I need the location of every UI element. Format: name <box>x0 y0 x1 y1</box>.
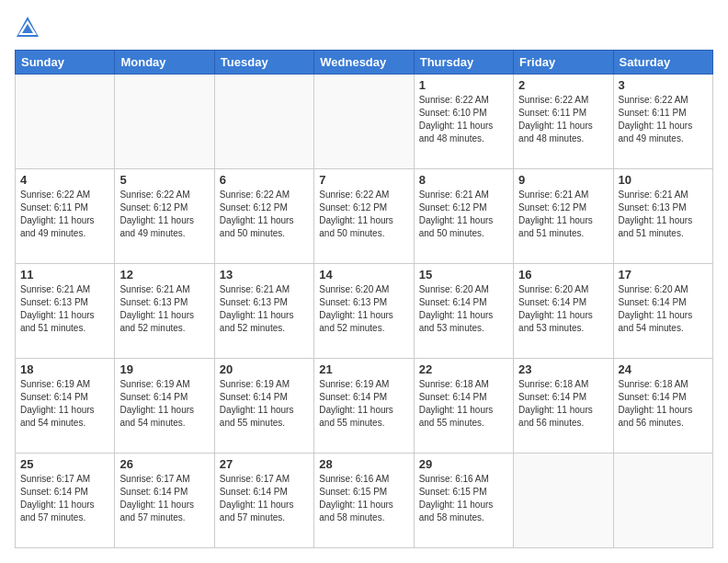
calendar-cell: 8Sunrise: 6:21 AM Sunset: 6:12 PM Daylig… <box>414 169 513 264</box>
day-header-tuesday: Tuesday <box>214 51 313 75</box>
calendar-cell: 19Sunrise: 6:19 AM Sunset: 6:14 PM Dayli… <box>115 359 214 454</box>
day-content: Sunrise: 6:20 AM Sunset: 6:14 PM Dayligh… <box>419 283 508 335</box>
calendar-cell <box>613 454 712 548</box>
calendar-cell: 22Sunrise: 6:18 AM Sunset: 6:14 PM Dayli… <box>414 359 513 454</box>
calendar-cell: 20Sunrise: 6:19 AM Sunset: 6:14 PM Dayli… <box>214 359 313 454</box>
day-number: 24 <box>619 362 708 376</box>
day-number: 20 <box>220 362 309 376</box>
calendar-week-1: 1Sunrise: 6:22 AM Sunset: 6:10 PM Daylig… <box>16 75 713 169</box>
calendar-cell: 16Sunrise: 6:20 AM Sunset: 6:14 PM Dayli… <box>514 264 613 359</box>
day-content: Sunrise: 6:21 AM Sunset: 6:13 PM Dayligh… <box>220 283 309 335</box>
day-content: Sunrise: 6:19 AM Sunset: 6:14 PM Dayligh… <box>20 378 109 430</box>
day-content: Sunrise: 6:21 AM Sunset: 6:13 PM Dayligh… <box>619 189 708 240</box>
day-number: 5 <box>119 173 209 187</box>
day-content: Sunrise: 6:16 AM Sunset: 6:15 PM Dayligh… <box>319 473 408 524</box>
day-content: Sunrise: 6:18 AM Sunset: 6:14 PM Dayligh… <box>619 378 708 430</box>
day-number: 27 <box>220 457 309 471</box>
day-header-friday: Friday <box>514 51 613 75</box>
day-content: Sunrise: 6:18 AM Sunset: 6:14 PM Dayligh… <box>419 378 508 430</box>
calendar-cell: 18Sunrise: 6:19 AM Sunset: 6:14 PM Dayli… <box>16 359 115 454</box>
day-content: Sunrise: 6:20 AM Sunset: 6:13 PM Dayligh… <box>319 283 408 335</box>
day-number: 1 <box>419 78 508 92</box>
day-header-sunday: Sunday <box>16 51 115 75</box>
calendar-cell: 12Sunrise: 6:21 AM Sunset: 6:13 PM Dayli… <box>115 264 214 359</box>
calendar-cell: 25Sunrise: 6:17 AM Sunset: 6:14 PM Dayli… <box>16 454 115 548</box>
calendar-cell: 10Sunrise: 6:21 AM Sunset: 6:13 PM Dayli… <box>613 169 712 264</box>
day-number: 19 <box>119 362 209 376</box>
calendar-cell <box>115 75 214 169</box>
day-content: Sunrise: 6:19 AM Sunset: 6:14 PM Dayligh… <box>220 378 309 430</box>
day-content: Sunrise: 6:20 AM Sunset: 6:14 PM Dayligh… <box>619 283 708 335</box>
calendar-cell: 2Sunrise: 6:22 AM Sunset: 6:11 PM Daylig… <box>514 75 613 169</box>
page: SundayMondayTuesdayWednesdayThursdayFrid… <box>0 0 728 563</box>
day-content: Sunrise: 6:21 AM Sunset: 6:13 PM Dayligh… <box>119 283 209 335</box>
calendar-cell <box>514 454 613 548</box>
calendar-cell: 3Sunrise: 6:22 AM Sunset: 6:11 PM Daylig… <box>613 75 712 169</box>
calendar-cell <box>214 75 313 169</box>
calendar-header: SundayMondayTuesdayWednesdayThursdayFrid… <box>16 51 713 75</box>
day-header-wednesday: Wednesday <box>314 51 414 75</box>
calendar-cell <box>16 75 115 169</box>
day-header-saturday: Saturday <box>613 51 712 75</box>
day-content: Sunrise: 6:22 AM Sunset: 6:12 PM Dayligh… <box>220 189 309 240</box>
day-number: 10 <box>619 173 708 187</box>
day-content: Sunrise: 6:21 AM Sunset: 6:13 PM Dayligh… <box>20 283 109 335</box>
day-number: 13 <box>220 268 309 282</box>
day-header-monday: Monday <box>115 51 214 75</box>
day-content: Sunrise: 6:21 AM Sunset: 6:12 PM Dayligh… <box>518 189 608 240</box>
day-number: 17 <box>619 268 708 282</box>
day-content: Sunrise: 6:22 AM Sunset: 6:11 PM Dayligh… <box>619 94 708 145</box>
day-content: Sunrise: 6:22 AM Sunset: 6:12 PM Dayligh… <box>119 189 209 240</box>
calendar-cell: 6Sunrise: 6:22 AM Sunset: 6:12 PM Daylig… <box>214 169 313 264</box>
calendar-cell: 1Sunrise: 6:22 AM Sunset: 6:10 PM Daylig… <box>414 75 513 169</box>
logo <box>15 15 44 40</box>
day-number: 11 <box>20 268 109 282</box>
calendar-cell: 13Sunrise: 6:21 AM Sunset: 6:13 PM Dayli… <box>214 264 313 359</box>
day-number: 23 <box>518 362 608 376</box>
day-content: Sunrise: 6:19 AM Sunset: 6:14 PM Dayligh… <box>319 378 408 430</box>
calendar-cell: 24Sunrise: 6:18 AM Sunset: 6:14 PM Dayli… <box>613 359 712 454</box>
day-content: Sunrise: 6:19 AM Sunset: 6:14 PM Dayligh… <box>119 378 209 430</box>
day-number: 25 <box>20 457 109 471</box>
day-number: 3 <box>619 78 708 92</box>
calendar-cell: 23Sunrise: 6:18 AM Sunset: 6:14 PM Dayli… <box>514 359 613 454</box>
calendar-cell: 29Sunrise: 6:16 AM Sunset: 6:15 PM Dayli… <box>414 454 513 548</box>
day-number: 16 <box>518 268 608 282</box>
calendar-body: 1Sunrise: 6:22 AM Sunset: 6:10 PM Daylig… <box>16 75 713 548</box>
day-number: 4 <box>20 173 109 187</box>
calendar-cell <box>314 75 414 169</box>
day-number: 12 <box>119 268 209 282</box>
day-number: 29 <box>419 457 508 471</box>
day-number: 18 <box>20 362 109 376</box>
calendar-week-2: 4Sunrise: 6:22 AM Sunset: 6:11 PM Daylig… <box>16 169 713 264</box>
calendar-week-5: 25Sunrise: 6:17 AM Sunset: 6:14 PM Dayli… <box>16 454 713 548</box>
day-number: 7 <box>319 173 408 187</box>
day-header-thursday: Thursday <box>414 51 513 75</box>
day-number: 8 <box>419 173 508 187</box>
day-number: 6 <box>220 173 309 187</box>
day-number: 15 <box>419 268 508 282</box>
calendar-cell: 26Sunrise: 6:17 AM Sunset: 6:14 PM Dayli… <box>115 454 214 548</box>
calendar-cell: 21Sunrise: 6:19 AM Sunset: 6:14 PM Dayli… <box>314 359 414 454</box>
day-content: Sunrise: 6:17 AM Sunset: 6:14 PM Dayligh… <box>119 473 209 524</box>
calendar-cell: 17Sunrise: 6:20 AM Sunset: 6:14 PM Dayli… <box>613 264 712 359</box>
day-number: 21 <box>319 362 408 376</box>
calendar-cell: 14Sunrise: 6:20 AM Sunset: 6:13 PM Dayli… <box>314 264 414 359</box>
day-content: Sunrise: 6:22 AM Sunset: 6:12 PM Dayligh… <box>319 189 408 240</box>
calendar-week-3: 11Sunrise: 6:21 AM Sunset: 6:13 PM Dayli… <box>16 264 713 359</box>
calendar-cell: 5Sunrise: 6:22 AM Sunset: 6:12 PM Daylig… <box>115 169 214 264</box>
calendar-cell: 11Sunrise: 6:21 AM Sunset: 6:13 PM Dayli… <box>16 264 115 359</box>
day-content: Sunrise: 6:17 AM Sunset: 6:14 PM Dayligh… <box>220 473 309 524</box>
calendar-cell: 28Sunrise: 6:16 AM Sunset: 6:15 PM Dayli… <box>314 454 414 548</box>
day-number: 26 <box>119 457 209 471</box>
calendar-cell: 7Sunrise: 6:22 AM Sunset: 6:12 PM Daylig… <box>314 169 414 264</box>
day-content: Sunrise: 6:21 AM Sunset: 6:12 PM Dayligh… <box>419 189 508 240</box>
logo-icon <box>15 15 40 40</box>
calendar-cell: 9Sunrise: 6:21 AM Sunset: 6:12 PM Daylig… <box>514 169 613 264</box>
day-content: Sunrise: 6:16 AM Sunset: 6:15 PM Dayligh… <box>419 473 508 524</box>
day-content: Sunrise: 6:20 AM Sunset: 6:14 PM Dayligh… <box>518 283 608 335</box>
day-number: 2 <box>518 78 608 92</box>
day-content: Sunrise: 6:18 AM Sunset: 6:14 PM Dayligh… <box>518 378 608 430</box>
calendar-table: SundayMondayTuesdayWednesdayThursdayFrid… <box>15 50 713 548</box>
day-number: 22 <box>419 362 508 376</box>
